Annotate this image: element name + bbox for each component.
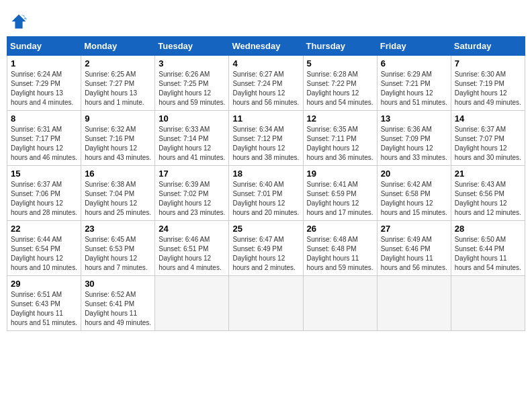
day-cell	[377, 276, 451, 331]
day-cell: 14 Sunrise: 6:37 AM Sunset: 7:07 PM Dayl…	[451, 111, 525, 166]
day-info: Sunrise: 6:48 AM Sunset: 6:48 PM Dayligh…	[307, 235, 373, 273]
day-info: Sunrise: 6:26 AM Sunset: 7:25 PM Dayligh…	[159, 70, 225, 107]
day-number: 3	[159, 58, 225, 68]
day-number: 28	[455, 224, 521, 234]
day-cell: 23 Sunrise: 6:45 AM Sunset: 6:53 PM Dayl…	[81, 221, 155, 276]
day-cell: 22 Sunrise: 6:44 AM Sunset: 6:54 PM Dayl…	[7, 221, 81, 276]
day-cell	[229, 276, 303, 331]
day-info: Sunrise: 6:25 AM Sunset: 7:27 PM Dayligh…	[85, 70, 151, 107]
day-cell: 11 Sunrise: 6:34 AM Sunset: 7:12 PM Dayl…	[229, 111, 303, 166]
day-cell: 8 Sunrise: 6:31 AM Sunset: 7:17 PM Dayli…	[7, 111, 81, 166]
day-number: 1	[11, 58, 77, 68]
day-info: Sunrise: 6:34 AM Sunset: 7:12 PM Dayligh…	[232, 125, 299, 163]
day-cell: 10 Sunrise: 6:33 AM Sunset: 7:14 PM Dayl…	[155, 111, 229, 166]
day-number: 19	[307, 169, 373, 179]
day-cell: 29 Sunrise: 6:51 AM Sunset: 6:43 PM Dayl…	[7, 276, 81, 331]
day-number: 8	[11, 113, 77, 124]
calendar-table: SundayMondayTuesdayWednesdayThursdayFrid…	[7, 36, 525, 331]
day-cell: 18 Sunrise: 6:40 AM Sunset: 7:01 PM Dayl…	[229, 166, 303, 221]
day-number: 21	[455, 169, 521, 179]
day-cell	[451, 276, 525, 331]
day-cell: 26 Sunrise: 6:48 AM Sunset: 6:48 PM Dayl…	[303, 221, 377, 276]
day-cell: 28 Sunrise: 6:50 AM Sunset: 6:44 PM Dayl…	[451, 221, 525, 276]
day-info: Sunrise: 6:37 AM Sunset: 7:07 PM Dayligh…	[455, 125, 521, 163]
day-info: Sunrise: 6:50 AM Sunset: 6:44 PM Dayligh…	[455, 235, 521, 273]
day-info: Sunrise: 6:45 AM Sunset: 6:53 PM Dayligh…	[85, 235, 151, 273]
day-number: 24	[159, 224, 225, 234]
day-cell: 3 Sunrise: 6:26 AM Sunset: 7:25 PM Dayli…	[155, 56, 229, 111]
day-cell: 16 Sunrise: 6:38 AM Sunset: 7:04 PM Dayl…	[81, 166, 155, 221]
week-row-5: 29 Sunrise: 6:51 AM Sunset: 6:43 PM Dayl…	[7, 276, 525, 331]
day-info: Sunrise: 6:39 AM Sunset: 7:02 PM Dayligh…	[159, 180, 225, 218]
day-number: 7	[455, 58, 521, 68]
day-number: 29	[11, 279, 77, 289]
day-number: 18	[232, 169, 299, 179]
day-number: 22	[11, 224, 77, 234]
day-info: Sunrise: 6:52 AM Sunset: 6:41 PM Dayligh…	[85, 290, 151, 328]
day-number: 15	[11, 169, 77, 179]
day-cell: 27 Sunrise: 6:49 AM Sunset: 6:46 PM Dayl…	[377, 221, 451, 276]
day-number: 30	[85, 279, 151, 289]
day-info: Sunrise: 6:40 AM Sunset: 7:01 PM Dayligh…	[232, 180, 299, 218]
day-info: Sunrise: 6:37 AM Sunset: 7:06 PM Dayligh…	[11, 180, 77, 218]
day-cell: 24 Sunrise: 6:46 AM Sunset: 6:51 PM Dayl…	[155, 221, 229, 276]
day-cell: 5 Sunrise: 6:28 AM Sunset: 7:22 PM Dayli…	[303, 56, 377, 111]
day-number: 11	[232, 113, 299, 124]
day-info: Sunrise: 6:33 AM Sunset: 7:14 PM Dayligh…	[159, 125, 225, 163]
day-number: 6	[381, 58, 447, 68]
day-cell: 12 Sunrise: 6:35 AM Sunset: 7:11 PM Dayl…	[303, 111, 377, 166]
day-info: Sunrise: 6:27 AM Sunset: 7:24 PM Dayligh…	[232, 70, 299, 107]
header	[7, 7, 525, 31]
day-number: 12	[307, 113, 373, 124]
day-cell: 4 Sunrise: 6:27 AM Sunset: 7:24 PM Dayli…	[229, 56, 303, 111]
col-header-sunday: Sunday	[7, 37, 81, 56]
week-row-3: 15 Sunrise: 6:37 AM Sunset: 7:06 PM Dayl…	[7, 166, 525, 221]
day-number: 17	[159, 169, 225, 179]
day-info: Sunrise: 6:41 AM Sunset: 6:59 PM Dayligh…	[307, 180, 373, 218]
day-cell: 13 Sunrise: 6:36 AM Sunset: 7:09 PM Dayl…	[377, 111, 451, 166]
logo-icon	[9, 12, 28, 31]
day-info: Sunrise: 6:30 AM Sunset: 7:19 PM Dayligh…	[455, 70, 521, 107]
day-number: 2	[85, 58, 151, 68]
day-cell: 21 Sunrise: 6:43 AM Sunset: 6:56 PM Dayl…	[451, 166, 525, 221]
day-number: 14	[455, 113, 521, 124]
day-cell: 1 Sunrise: 6:24 AM Sunset: 7:29 PM Dayli…	[7, 56, 81, 111]
day-info: Sunrise: 6:42 AM Sunset: 6:58 PM Dayligh…	[381, 180, 447, 218]
col-header-wednesday: Wednesday	[229, 37, 303, 56]
day-info: Sunrise: 6:29 AM Sunset: 7:21 PM Dayligh…	[381, 70, 447, 107]
day-info: Sunrise: 6:51 AM Sunset: 6:43 PM Dayligh…	[11, 290, 77, 328]
day-info: Sunrise: 6:28 AM Sunset: 7:22 PM Dayligh…	[307, 70, 373, 107]
day-info: Sunrise: 6:46 AM Sunset: 6:51 PM Dayligh…	[159, 235, 225, 273]
day-cell: 25 Sunrise: 6:47 AM Sunset: 6:49 PM Dayl…	[229, 221, 303, 276]
day-info: Sunrise: 6:36 AM Sunset: 7:09 PM Dayligh…	[381, 125, 447, 163]
day-number: 9	[85, 113, 151, 124]
day-number: 13	[381, 113, 447, 124]
day-cell	[155, 276, 229, 331]
day-cell: 7 Sunrise: 6:30 AM Sunset: 7:19 PM Dayli…	[451, 56, 525, 111]
col-header-tuesday: Tuesday	[155, 37, 229, 56]
day-info: Sunrise: 6:43 AM Sunset: 6:56 PM Dayligh…	[455, 180, 521, 218]
day-cell: 17 Sunrise: 6:39 AM Sunset: 7:02 PM Dayl…	[155, 166, 229, 221]
day-number: 26	[307, 224, 373, 234]
day-cell: 6 Sunrise: 6:29 AM Sunset: 7:21 PM Dayli…	[377, 56, 451, 111]
day-cell	[303, 276, 377, 331]
day-number: 23	[85, 224, 151, 234]
day-cell: 30 Sunrise: 6:52 AM Sunset: 6:41 PM Dayl…	[81, 276, 155, 331]
day-number: 16	[85, 169, 151, 179]
day-cell: 19 Sunrise: 6:41 AM Sunset: 6:59 PM Dayl…	[303, 166, 377, 221]
day-info: Sunrise: 6:35 AM Sunset: 7:11 PM Dayligh…	[307, 125, 373, 163]
week-row-1: 1 Sunrise: 6:24 AM Sunset: 7:29 PM Dayli…	[7, 56, 525, 111]
day-number: 27	[381, 224, 447, 234]
day-info: Sunrise: 6:47 AM Sunset: 6:49 PM Dayligh…	[232, 235, 299, 273]
day-info: Sunrise: 6:31 AM Sunset: 7:17 PM Dayligh…	[11, 125, 77, 163]
day-info: Sunrise: 6:38 AM Sunset: 7:04 PM Dayligh…	[85, 180, 151, 218]
day-cell: 15 Sunrise: 6:37 AM Sunset: 7:06 PM Dayl…	[7, 166, 81, 221]
day-info: Sunrise: 6:32 AM Sunset: 7:16 PM Dayligh…	[85, 125, 151, 163]
col-header-saturday: Saturday	[451, 37, 525, 56]
day-cell: 2 Sunrise: 6:25 AM Sunset: 7:27 PM Dayli…	[81, 56, 155, 111]
col-header-monday: Monday	[81, 37, 155, 56]
day-number: 25	[232, 224, 299, 234]
day-info: Sunrise: 6:24 AM Sunset: 7:29 PM Dayligh…	[11, 70, 77, 107]
day-info: Sunrise: 6:44 AM Sunset: 6:54 PM Dayligh…	[11, 235, 77, 273]
day-number: 5	[307, 58, 373, 68]
